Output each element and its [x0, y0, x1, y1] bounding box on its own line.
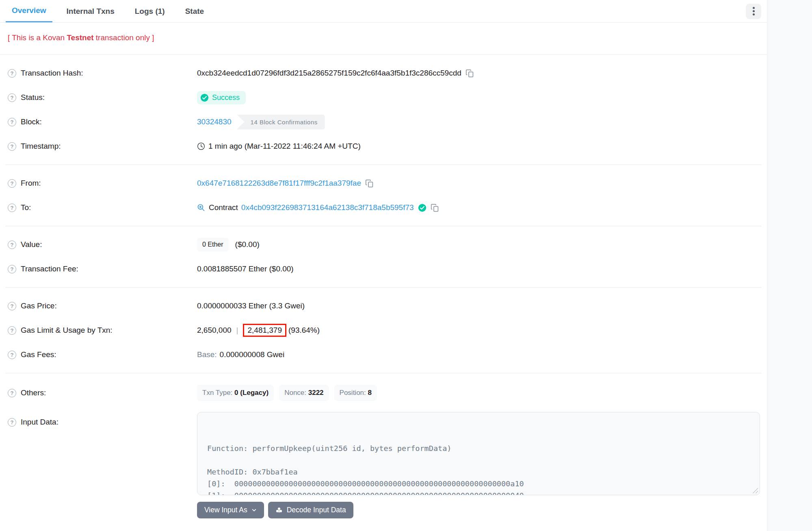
gas-price-value: 0.0000000033 Ether (3.3 Gwei) — [197, 301, 305, 310]
section-others-input: ? Others: Txn Type: 0 (Legacy) Nonce: 32… — [5, 373, 762, 531]
status-badge: Success — [197, 91, 246, 104]
view-input-as-button[interactable]: View Input As — [197, 502, 264, 518]
transaction-overview-card: Overview Internal Txns Logs (1) State [ … — [0, 0, 767, 531]
tab-overview[interactable]: Overview — [6, 0, 52, 22]
help-icon: ? — [8, 204, 16, 212]
warning-text-suffix: transaction only ] — [94, 33, 154, 42]
copy-icon — [365, 179, 374, 188]
help-icon: ? — [8, 179, 16, 188]
vertical-ellipsis-icon — [753, 10, 755, 12]
position-badge: Position: 8 — [334, 385, 377, 401]
status-badge-text: Success — [212, 93, 240, 102]
row-transaction-fee: ? Transaction Fee: 0.0081885507 Ether ($… — [8, 257, 759, 281]
to-address-link[interactable]: 0x4cb093f226983713164a62138c3f718a5b595f… — [241, 203, 414, 212]
transaction-hash-label: Transaction Hash: — [21, 69, 83, 78]
gas-used-highlight-box: 2,481,379 — [243, 324, 286, 337]
timestamp-value: 1 min ago (Mar-11-2022 11:46:24 AM +UTC) — [208, 142, 361, 151]
row-value: ? Value: 0 Ether ($0.00) — [8, 232, 759, 257]
nonce-badge: Nonce: 3222 — [279, 385, 329, 401]
input-data-box[interactable]: Function: performUpkeep(uint256 id, byte… — [197, 412, 760, 495]
help-icon: ? — [8, 241, 16, 249]
resize-grip[interactable] — [752, 488, 758, 493]
position-value: 8 — [368, 389, 372, 397]
gas-fees-label: Gas Fees: — [21, 350, 56, 359]
section-gas: ? Gas Price: 0.0000000033 Ether (3.3 Gwe… — [5, 288, 762, 373]
copy-icon — [431, 204, 439, 212]
nonce-value: 3222 — [308, 389, 324, 397]
testnet-warning: [ This is a Kovan Testnet transaction on… — [0, 23, 767, 55]
help-icon: ? — [8, 418, 16, 427]
help-icon: ? — [8, 351, 16, 359]
row-gas-limit-usage: ? Gas Limit & Usage by Txn: 2,650,000 | … — [8, 318, 759, 342]
vertical-ellipsis-icon — [753, 13, 755, 15]
help-icon: ? — [8, 69, 16, 78]
view-input-as-label: View Input As — [204, 506, 247, 514]
decode-input-data-label: Decode Input Data — [287, 506, 346, 514]
copy-icon — [466, 69, 474, 78]
section-value-fee: ? Value: 0 Ether ($0.00) ? Transaction F… — [5, 226, 762, 288]
row-others: ? Others: Txn Type: 0 (Legacy) Nonce: 32… — [8, 379, 759, 406]
transaction-fee-value: 0.0081885507 Ether ($0.00) — [197, 264, 294, 273]
help-icon: ? — [8, 142, 16, 151]
chevron-down-icon — [251, 507, 257, 513]
copy-hash-button[interactable] — [466, 69, 474, 78]
tab-internal-txns[interactable]: Internal Txns — [61, 0, 121, 22]
row-transaction-hash: ? Transaction Hash: 0xcb324eedcd1d07296f… — [8, 61, 759, 85]
copy-to-address-button[interactable] — [431, 204, 439, 212]
block-number-link[interactable]: 30324830 — [197, 117, 232, 126]
value-label: Value: — [21, 240, 42, 249]
copy-from-address-button[interactable] — [365, 179, 374, 188]
others-label: Others: — [21, 388, 46, 397]
tab-bar: Overview Internal Txns Logs (1) State — [0, 0, 767, 23]
row-gas-price: ? Gas Price: 0.0000000033 Ether (3.3 Gwe… — [8, 294, 759, 318]
to-contract-prefix: Contract — [209, 203, 238, 212]
gas-used-value: 2,481,379 — [247, 326, 282, 334]
decode-input-data-button[interactable]: Decode Input Data — [268, 502, 353, 518]
more-options-button[interactable] — [746, 4, 761, 19]
gas-limit-usage-label: Gas Limit & Usage by Txn: — [21, 326, 113, 335]
gas-fees-base-label: Base: — [197, 350, 217, 359]
gas-used-percent: (93.64%) — [288, 326, 320, 335]
row-status: ? Status: Success — [8, 85, 759, 110]
tab-logs[interactable]: Logs (1) — [129, 0, 171, 22]
row-input-data: ? Input Data: Function: performUpkeep(ui… — [8, 412, 759, 518]
tab-state[interactable]: State — [179, 0, 210, 22]
zoom-in-contract-button[interactable] — [197, 204, 205, 212]
input-data-code: Function: performUpkeep(uint256 id, byte… — [207, 442, 750, 495]
help-icon: ? — [8, 265, 16, 273]
verified-check-icon — [418, 204, 427, 212]
decode-puzzle-icon — [275, 507, 283, 514]
gas-price-label: Gas Price: — [21, 301, 57, 310]
gas-fees-base-value: 0.000000008 Gwei — [220, 350, 285, 359]
position-key: Position: — [340, 389, 368, 397]
from-address-link[interactable]: 0x647e7168122263d8e7f81f17fff9c2f1aa379f… — [197, 179, 361, 188]
to-label: To: — [21, 203, 31, 212]
help-icon: ? — [8, 389, 16, 397]
input-data-label: Input Data: — [21, 418, 58, 427]
help-icon: ? — [8, 93, 16, 102]
help-icon: ? — [8, 118, 16, 126]
row-timestamp: ? Timestamp: 1 min ago (Mar-11-2022 11:4… — [8, 134, 759, 158]
ether-value-badge: 0 Ether — [197, 238, 229, 251]
gas-limit-value: 2,650,000 — [197, 326, 232, 335]
page-background-strip — [767, 0, 812, 531]
from-label: From: — [21, 179, 41, 188]
timestamp-label: Timestamp: — [21, 142, 61, 151]
block-confirmations-badge: 14 Block Confirmations — [237, 115, 325, 130]
row-from: ? From: 0x647e7168122263d8e7f81f17fff9c2… — [8, 171, 759, 195]
section-from-to: ? From: 0x647e7168122263d8e7f81f17fff9c2… — [5, 165, 762, 226]
row-to: ? To: Contract 0x4cb093f226983713164a621… — [8, 195, 759, 220]
txn-type-key: Txn Type: — [202, 389, 234, 397]
help-icon: ? — [8, 302, 16, 310]
zoom-in-icon — [197, 204, 205, 212]
txn-type-badge: Txn Type: 0 (Legacy) — [197, 385, 274, 401]
row-block: ? Block: 30324830 14 Block Confirmations — [8, 110, 759, 134]
warning-text-bold: Testnet — [67, 33, 93, 42]
nonce-key: Nonce: — [284, 389, 308, 397]
block-label: Block: — [21, 117, 42, 126]
section-hash-status-block-time: ? Transaction Hash: 0xcb324eedcd1d07296f… — [5, 55, 762, 165]
warning-text-prefix: [ This is a Kovan — [8, 33, 67, 42]
value-usd: ($0.00) — [235, 240, 260, 249]
transaction-fee-label: Transaction Fee: — [21, 264, 78, 273]
txn-type-value: 0 (Legacy) — [234, 389, 269, 397]
